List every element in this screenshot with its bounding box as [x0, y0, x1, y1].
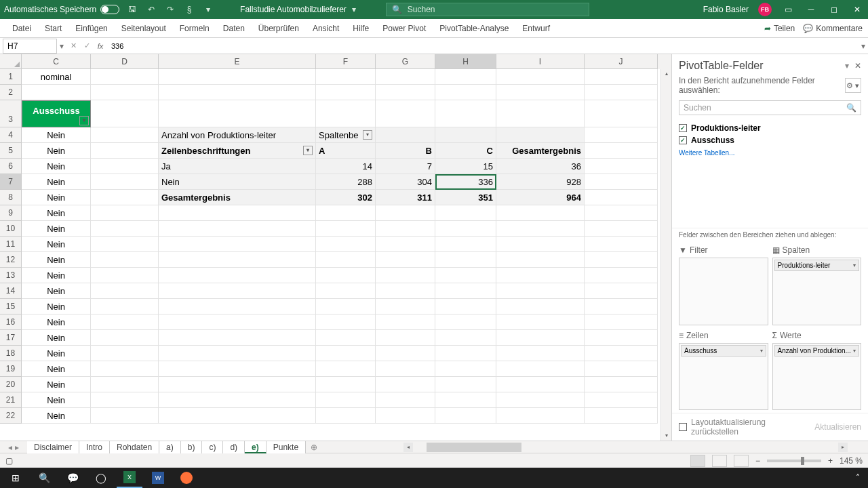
cell-J14[interactable] — [585, 283, 658, 299]
sheet-tab-d)[interactable]: d) — [223, 441, 245, 453]
cell-C16[interactable]: Nein — [22, 314, 91, 330]
ribbon-tab-einfügen[interactable]: Einfügen — [68, 19, 114, 38]
cell[interactable] — [159, 299, 316, 314]
col-header-J[interactable]: J — [585, 54, 658, 69]
row-header-19[interactable]: 19 — [0, 361, 22, 377]
cell[interactable] — [435, 299, 496, 314]
cell[interactable] — [316, 252, 376, 268]
normal-view-icon[interactable] — [690, 455, 705, 467]
cell[interactable] — [435, 361, 496, 377]
cell[interactable] — [159, 69, 316, 85]
filename[interactable]: Fallstudie Automobilzulieferer — [240, 5, 347, 14]
cell-C13[interactable]: Nein — [22, 268, 91, 283]
cell[interactable] — [435, 237, 496, 252]
sheet-tab-Intro[interactable]: Intro — [79, 441, 110, 453]
chevron-down-icon[interactable]: ▾ — [760, 348, 763, 354]
cell[interactable]: 964 — [496, 190, 585, 205]
row-header-13[interactable]: 13 — [0, 268, 22, 283]
cell[interactable] — [376, 85, 435, 100]
cell[interactable] — [159, 283, 316, 299]
more-tables-link[interactable]: Weitere Tabellen... — [679, 146, 861, 159]
cell[interactable] — [159, 100, 316, 127]
col-header-E[interactable]: E — [159, 54, 316, 69]
cell[interactable] — [435, 252, 496, 268]
minimize-icon[interactable]: ─ — [804, 3, 818, 16]
cell-C11[interactable]: Nein — [22, 237, 91, 252]
row-header-1[interactable]: 1 — [0, 69, 22, 85]
cell-C14[interactable]: Nein — [22, 283, 91, 299]
cell-D8[interactable] — [91, 190, 159, 205]
row-header-16[interactable]: 16 — [0, 314, 22, 330]
ribbon-tab-ansicht[interactable]: Ansicht — [306, 19, 346, 38]
cell-C10[interactable]: Nein — [22, 221, 91, 237]
chevron-down-icon[interactable]: ▾ — [853, 262, 856, 268]
scroll-left-icon[interactable]: ◂ — [403, 443, 413, 452]
cell[interactable] — [159, 408, 316, 424]
col-header-C[interactable]: C — [22, 54, 91, 69]
cell[interactable] — [435, 377, 496, 392]
row-header-7[interactable]: 7 — [0, 174, 22, 190]
cell-D20[interactable] — [91, 377, 159, 392]
cell[interactable] — [159, 330, 316, 346]
field-Ausschuss[interactable]: ✓Ausschuss — [679, 134, 861, 146]
cell[interactable] — [435, 100, 496, 127]
cell[interactable] — [496, 314, 585, 330]
cell[interactable] — [435, 221, 496, 237]
cell[interactable] — [316, 237, 376, 252]
fbar-expand-icon[interactable]: ▾ — [859, 41, 868, 51]
cell[interactable] — [496, 69, 585, 85]
select-all[interactable] — [0, 54, 22, 69]
pivot-col-A[interactable]: A — [316, 143, 376, 159]
ribbon-tab-power pivot[interactable]: Power Pivot — [376, 19, 433, 38]
cell[interactable] — [435, 85, 496, 100]
cell[interactable] — [159, 392, 316, 408]
cell[interactable] — [376, 221, 435, 237]
cell-C1[interactable]: nominal — [22, 69, 91, 85]
cell[interactable] — [316, 268, 376, 283]
cell-D3[interactable] — [91, 100, 159, 127]
row-header-12[interactable]: 12 — [0, 252, 22, 268]
cell[interactable] — [159, 85, 316, 100]
cell-J19[interactable] — [585, 361, 658, 377]
cell[interactable] — [435, 268, 496, 283]
cell[interactable] — [496, 237, 585, 252]
cell[interactable] — [376, 237, 435, 252]
cell[interactable] — [159, 252, 316, 268]
cell[interactable]: 928 — [496, 174, 585, 190]
row-header-14[interactable]: 14 — [0, 283, 22, 299]
cell[interactable] — [496, 330, 585, 346]
cell-C7[interactable]: Nein — [22, 174, 91, 190]
firefox-icon[interactable] — [174, 468, 199, 488]
cell-J16[interactable] — [585, 314, 658, 330]
cell-J22[interactable] — [585, 408, 658, 424]
zoom-slider[interactable] — [767, 460, 821, 462]
sheet-nav[interactable]: ◂ ▸ — [0, 443, 27, 452]
sheet-tab-e)[interactable]: e) — [245, 441, 267, 453]
cell-C8[interactable]: Nein — [22, 190, 91, 205]
chat-icon[interactable]: 💬 — [60, 468, 85, 488]
cell[interactable] — [316, 377, 376, 392]
ausschuss-header[interactable]: Ausschuss▾ — [22, 100, 91, 127]
excel-taskbar-icon[interactable]: X — [117, 468, 142, 488]
defer-checkbox[interactable] — [679, 423, 687, 431]
cell[interactable]: 14 — [316, 159, 376, 174]
cell-D18[interactable] — [91, 346, 159, 361]
cell-D16[interactable] — [91, 314, 159, 330]
cell[interactable] — [316, 100, 376, 127]
pivot-corner[interactable]: Anzahl von Produktions-leiter — [159, 127, 316, 143]
cell-J10[interactable] — [585, 221, 658, 237]
cell[interactable] — [376, 252, 435, 268]
cell[interactable] — [159, 361, 316, 377]
cell[interactable] — [316, 392, 376, 408]
cell-J11[interactable] — [585, 237, 658, 252]
undo-icon[interactable]: ↶ — [146, 5, 156, 14]
start-icon[interactable]: ⊞ — [3, 468, 28, 488]
col-header-D[interactable]: D — [91, 54, 159, 69]
gear-icon[interactable]: ⚙ ▾ — [845, 78, 861, 93]
cell[interactable] — [316, 69, 376, 85]
cell-C21[interactable]: Nein — [22, 392, 91, 408]
row-header-5[interactable]: 5 — [0, 143, 22, 159]
formula-input[interactable]: 336 — [107, 42, 859, 50]
cell[interactable] — [376, 377, 435, 392]
cell[interactable] — [316, 361, 376, 377]
